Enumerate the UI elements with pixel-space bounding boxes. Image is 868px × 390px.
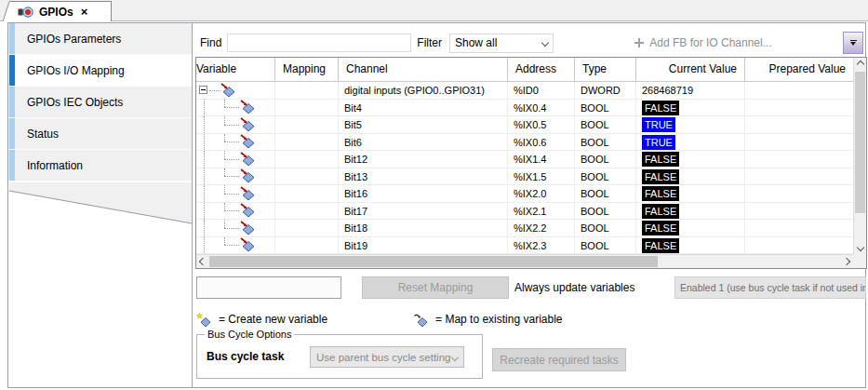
tree-guide [204,100,205,116]
prepared-value-cell [745,100,853,116]
add-fb-button[interactable]: Add FB for IO Channel... [561,33,846,53]
tree-guide [204,168,205,185]
table-row[interactable]: Bit16%IX2.0BOOLFALSE [196,185,853,203]
current-value-badge: TRUE [642,135,675,150]
sidebar-item-status[interactable]: Status [8,118,192,150]
channel-cell: Bit16 [339,185,508,202]
legend-create-new: = Create new variable [196,313,327,327]
channel-cell: digital inputs (GPIO0..GPIO31) [339,82,508,99]
current-value: 268468719 [642,85,693,96]
current-value-cell: FALSE [636,185,745,202]
table-row[interactable]: digital inputs (GPIO0..GPIO31)%ID0DWORD2… [196,82,853,100]
mapping-toolbar: Find Filter Show all Add FB for IO Chann… [194,31,863,55]
sidebar-item-information[interactable]: Information [8,150,192,182]
tree-guide [209,90,220,91]
sidebar-item-gpios-iec-objects[interactable]: GPIOs IEC Objects [8,87,192,118]
table-row[interactable]: Bit13%IX1.5BOOLFALSE [196,168,853,186]
add-fb-label: Add FB for IO Channel... [649,36,771,49]
channel-cell: Bit19 [339,237,508,254]
table-row[interactable]: Bit18%IX2.2BOOLFALSE [196,220,853,237]
table-row[interactable]: Bit5%IX0.5BOOLTRUE [196,116,853,134]
scroll-left-button[interactable] [196,255,209,268]
mapping-cell [275,100,339,116]
tree-collapse-toggle[interactable] [199,86,207,94]
variable-cell [196,134,275,151]
reset-mapping-button[interactable]: Reset Mapping [362,276,509,299]
tree-guide [204,203,205,220]
tree-guide [204,185,205,202]
column-header-variable[interactable]: Variable [196,58,275,81]
type-cell: BOOL [575,116,636,133]
horizontal-scrollbar[interactable] [196,254,853,268]
sidebar-item-label: Information [27,159,83,172]
variable-cell [196,237,275,254]
scroll-down-button[interactable] [854,241,866,254]
horizontal-scrollbar-thumb[interactable] [209,256,658,267]
vertical-scrollbar[interactable] [853,58,866,254]
tree-guide [224,125,239,126]
sidebar-diagonal-edge [9,182,192,229]
variable-icon [240,117,255,131]
column-header-channel[interactable]: Channel [339,58,508,81]
device-icon [18,6,33,19]
table-row[interactable]: Bit19%IX2.3BOOLFALSE [196,237,853,255]
address-cell: %IX1.4 [508,151,575,168]
sidebar-item-gpios-i-o-mapping[interactable]: GPIOs I/O Mapping [8,55,192,87]
type-cell: DWORD [575,82,636,99]
filter-select[interactable]: Show all [449,34,554,53]
sidebar-item-label: GPIOs Parameters [27,33,121,46]
variable-icon [240,203,255,217]
address-cell: %ID0 [508,82,575,99]
sidebar-item-gpios-parameters[interactable]: GPIOs Parameters [8,23,192,55]
table-row[interactable]: Bit12%IX1.4BOOLFALSE [196,151,853,168]
always-update-select[interactable]: Enabled 1 (use bus cycle task if not use… [674,276,866,299]
table-row[interactable]: Bit6%IX0.6BOOLTRUE [196,134,853,152]
prepared-value-cell [745,185,853,202]
current-value-badge: FALSE [642,101,679,115]
variable-icon [240,186,255,200]
vertical-scrollbar-thumb[interactable] [855,72,865,213]
tree-guide [204,116,205,133]
scroll-right-button[interactable] [840,255,853,268]
chevron-left-icon [199,258,207,265]
column-header-prepared-value[interactable]: Prepared Value [745,58,853,81]
tab-gpios[interactable]: GPIOs × [9,1,112,21]
channel-cell: Bit5 [339,116,508,133]
variable-icon [240,152,255,166]
variable-cell [196,185,275,202]
filter-selected-value: Show all [455,36,497,49]
recreate-tasks-button[interactable]: Recreate required tasks [492,348,626,371]
channel-cell: Bit6 [339,134,508,151]
tab-accent-stripe [9,87,15,117]
column-header-current-value[interactable]: Current Value [636,58,745,81]
prepared-value-cell [745,134,853,151]
mapping-cell [275,151,339,168]
mapping-variable-field[interactable] [196,276,341,299]
variable-icon [220,83,235,97]
find-input[interactable] [227,34,411,52]
mapping-cell [275,134,339,151]
chevron-down-icon [850,42,856,46]
column-header-address[interactable]: Address [508,58,575,81]
column-header-type[interactable]: Type [575,58,636,81]
column-header-mapping[interactable]: Mapping [275,58,339,81]
type-cell: BOOL [575,203,636,220]
toolbar-overflow-button[interactable] [843,32,863,54]
mapping-legend: = Create new variable = Map to existing … [196,310,562,329]
table-row[interactable]: Bit17%IX2.1BOOLFALSE [196,203,853,221]
table-row[interactable]: Bit4%IX0.4BOOLFALSE [196,100,853,117]
variable-icon [240,237,255,251]
sidebar: GPIOs ParametersGPIOs I/O MappingGPIOs I… [8,23,192,387]
sidebar-item-label: GPIOs IEC Objects [27,96,123,109]
current-value-cell: TRUE [636,116,745,133]
legend-create-new-text: = Create new variable [219,313,327,326]
legend-map-existing: = Map to existing variable [413,313,562,327]
type-cell: BOOL [575,185,636,202]
tree-guide [224,100,225,108]
channel-cell: Bit18 [339,220,508,236]
bus-cycle-task-select[interactable]: Use parent bus cycle setting [310,346,464,368]
tree-guide [224,210,239,211]
close-icon[interactable]: × [81,6,88,18]
scroll-up-button[interactable] [854,58,866,71]
map-existing-variable-icon [413,313,428,327]
